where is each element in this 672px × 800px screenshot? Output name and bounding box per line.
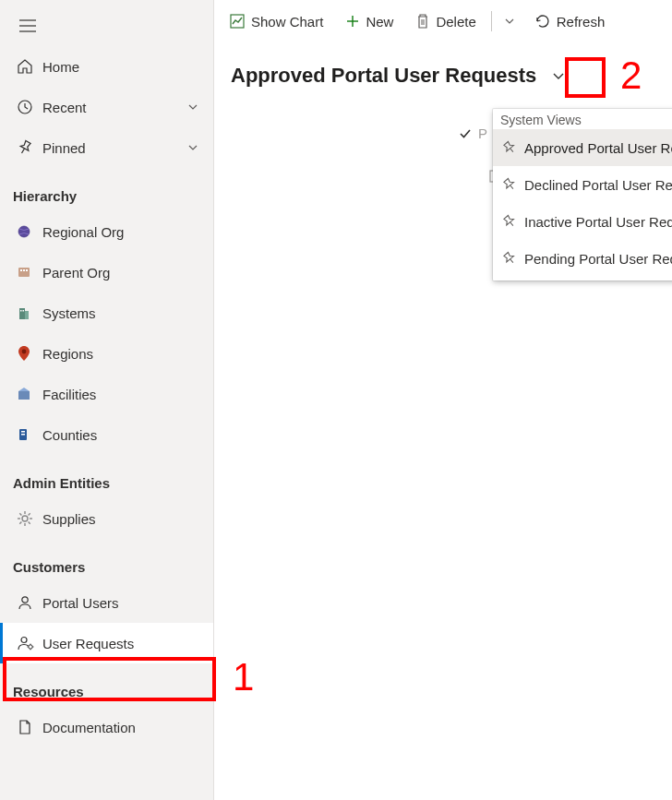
new-button[interactable]: New [334, 1, 404, 42]
person-icon [17, 594, 42, 611]
chevron-down-icon [503, 15, 516, 28]
view-title: Approved Portal User Requests [231, 64, 536, 88]
sidebar-item-documentation[interactable]: Documentation [0, 707, 213, 747]
sidebar-item-label: Pinned [42, 140, 184, 156]
command-label: Delete [436, 14, 475, 30]
sidebar-item-label: Documentation [42, 720, 202, 735]
svg-point-31 [29, 645, 32, 649]
sidebar-item-recent[interactable]: Recent [0, 87, 213, 127]
obscured-row-1: P [458, 125, 487, 141]
section-header-resources: Resources [0, 663, 213, 707]
view-selector-button[interactable] [542, 59, 575, 92]
home-icon [17, 58, 42, 75]
section-header-admin: Admin Entities [0, 455, 213, 498]
svg-rect-13 [23, 310, 25, 312]
obscured-text: P [478, 125, 487, 141]
sidebar-item-home[interactable]: Home [0, 46, 213, 87]
plus-icon [345, 14, 360, 29]
svg-point-20 [22, 516, 28, 521]
map-pin-icon [17, 345, 42, 362]
gear-icon [17, 510, 42, 527]
sidebar-item-label: User Requests [42, 636, 202, 651]
sidebar-item-label: Regions [42, 346, 202, 362]
globe-icon [17, 224, 42, 239]
sidebar-item-label: Systems [42, 305, 202, 321]
counties-icon [17, 427, 42, 442]
svg-point-14 [22, 350, 27, 354]
svg-line-27 [19, 522, 21, 524]
org-icon [17, 265, 42, 280]
svg-rect-15 [18, 391, 30, 400]
dropdown-item-inactive[interactable]: Inactive Portal User Requests [493, 203, 672, 240]
section-header-customers: Customers [0, 539, 213, 582]
sidebar-item-user-requests[interactable]: User Requests [0, 623, 213, 663]
svg-rect-18 [21, 431, 25, 433]
dropdown-section-header: System Views [493, 109, 672, 129]
sidebar-item-parent-org[interactable]: Parent Org [0, 252, 213, 293]
trash-icon [415, 13, 430, 30]
svg-rect-11 [25, 311, 29, 319]
sidebar-item-regions[interactable]: Regions [0, 333, 213, 374]
pin-icon [502, 140, 517, 155]
person-gear-icon [17, 635, 42, 651]
dropdown-item-declined[interactable]: Declined Portal User Requests [493, 166, 672, 203]
command-label: Refresh [557, 14, 606, 30]
delete-dropdown-button[interactable] [496, 1, 523, 42]
command-bar: Show Chart New Delete [214, 0, 672, 42]
refresh-button[interactable]: Refresh [523, 1, 617, 42]
clock-icon [17, 99, 42, 115]
chevron-down-icon [184, 141, 202, 154]
sidebar-item-label: Supplies [42, 511, 202, 527]
svg-rect-12 [20, 310, 22, 312]
pin-icon [502, 214, 517, 229]
section-header-hierarchy: Hierarchy [0, 168, 213, 211]
pin-icon [17, 139, 42, 156]
dropdown-item-pending[interactable]: Pending Portal User Requests [493, 240, 672, 277]
sidebar-item-supplies[interactable]: Supplies [0, 498, 213, 539]
svg-point-30 [21, 638, 27, 643]
sidebar-item-label: Facilities [42, 387, 202, 402]
svg-line-26 [29, 522, 30, 524]
check-icon [458, 126, 473, 141]
chevron-down-icon [551, 68, 566, 83]
command-label: Show Chart [251, 14, 323, 30]
sidebar-item-systems[interactable]: Systems [0, 293, 213, 333]
svg-rect-10 [19, 308, 25, 319]
dropdown-item-approved[interactable]: Approved Portal User Requests [493, 129, 672, 166]
sidebar-item-label: Home [42, 59, 202, 75]
view-header: Approved Portal User Requests [214, 42, 672, 100]
sidebar-item-counties[interactable]: Counties [0, 414, 213, 455]
svg-rect-19 [21, 434, 25, 436]
building-icon [17, 305, 42, 320]
dropdown-item-label: Declined Portal User Requests [524, 177, 672, 193]
sidebar-item-pinned[interactable]: Pinned [0, 127, 213, 168]
sidebar-item-portal-users[interactable]: Portal Users [0, 582, 213, 623]
sidebar-item-label: Portal Users [42, 595, 202, 611]
document-icon [17, 719, 42, 735]
show-chart-button[interactable]: Show Chart [218, 1, 334, 42]
view-selector-dropdown: System Views Approved Portal User Reques… [493, 109, 672, 281]
svg-marker-16 [18, 388, 30, 391]
command-divider [491, 11, 492, 31]
sidebar-item-regional-org[interactable]: Regional Org [0, 211, 213, 252]
sidebar-item-facilities[interactable]: Facilities [0, 374, 213, 414]
svg-line-25 [19, 513, 21, 515]
hamburger-menu-button[interactable] [7, 6, 48, 46]
dropdown-item-label: Inactive Portal User Requests [524, 214, 672, 230]
svg-point-29 [22, 597, 28, 603]
svg-rect-6 [18, 268, 30, 277]
svg-rect-8 [23, 269, 25, 271]
pin-icon [502, 251, 517, 266]
svg-rect-9 [26, 269, 28, 271]
chart-icon [229, 13, 246, 30]
dropdown-item-label: Approved Portal User Requests [524, 140, 672, 156]
svg-line-28 [29, 513, 30, 515]
command-label: New [366, 14, 393, 30]
sidebar-item-label: Regional Org [42, 224, 202, 240]
svg-rect-7 [20, 269, 22, 271]
dropdown-item-label: Pending Portal User Requests [524, 251, 672, 267]
delete-button[interactable]: Delete [404, 1, 486, 42]
chevron-down-icon [184, 101, 202, 113]
sidebar-item-label: Parent Org [42, 265, 202, 281]
facility-icon [17, 387, 42, 401]
